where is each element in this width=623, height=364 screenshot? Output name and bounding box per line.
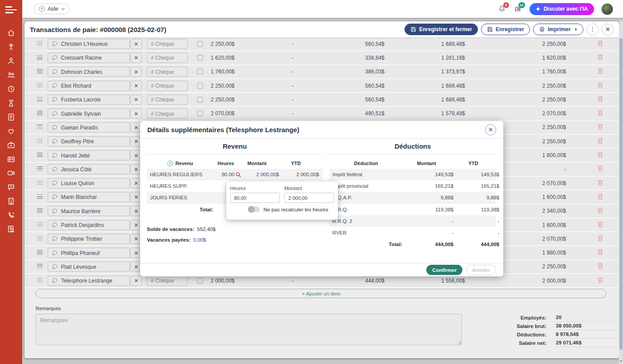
cancel-button[interactable]: Annuler — [466, 265, 496, 275]
deductions-amount[interactable]: 490,51$ — [336, 110, 384, 117]
gross-amount[interactable]: 1 620,00$ — [205, 55, 235, 61]
hamburger-menu-icon[interactable] — [5, 6, 17, 13]
hours-input[interactable] — [230, 193, 280, 203]
drag-handle[interactable] — [37, 153, 43, 158]
row-checkbox[interactable] — [197, 278, 203, 283]
sidebar-item-users[interactable] — [7, 71, 16, 80]
drag-handle[interactable] — [37, 69, 43, 74]
confirm-button[interactable]: Confirmer — [426, 265, 462, 275]
sidebar-item-document-list[interactable] — [7, 113, 16, 121]
recalculate-toggle[interactable] — [248, 206, 260, 212]
deductions-amount[interactable]: 560,54$ — [336, 83, 384, 89]
ai-chat-button[interactable]: ✦ Discuter avec l'IA — [530, 3, 594, 15]
delete-row-button[interactable] — [598, 193, 604, 201]
clear-employee-button[interactable]: ✕ — [130, 39, 142, 49]
delete-row-button[interactable] — [598, 40, 604, 48]
deductions-amount[interactable]: 444,00$ — [336, 278, 384, 284]
delete-row-button[interactable] — [598, 124, 604, 131]
magnifier-icon[interactable] — [235, 172, 241, 178]
drag-handle[interactable] — [37, 194, 43, 200]
clear-employee-button[interactable]: ✕ — [130, 94, 142, 105]
deductions-amount[interactable]: 338,84$ — [336, 55, 384, 61]
clear-employee-button[interactable]: ✕ — [130, 275, 142, 286]
row-checkbox[interactable] — [197, 83, 203, 89]
gross-amount[interactable]: 1 760,00$ — [205, 69, 235, 75]
gross-amount[interactable]: 2 250,00$ — [205, 83, 235, 89]
delete-row-button[interactable] — [598, 82, 604, 89]
cheque-number-input[interactable] — [147, 94, 188, 105]
employee-name-field[interactable]: Gaetan Paradis — [48, 122, 130, 133]
drag-handle[interactable] — [37, 264, 43, 269]
drag-handle[interactable] — [37, 166, 43, 172]
employee-name-field[interactable]: Christien L'Heureux — [48, 39, 130, 49]
close-page-button[interactable]: ✕ — [602, 24, 614, 36]
delete-row-button[interactable] — [598, 166, 604, 173]
row-checkbox[interactable] — [197, 55, 203, 61]
employee-name-field[interactable]: Louise Quiron — [48, 178, 130, 188]
delete-row-button[interactable] — [598, 54, 604, 61]
employee-name-field[interactable]: Maurice Barrière — [48, 206, 130, 216]
sidebar-item-heart[interactable] — [7, 127, 16, 136]
employee-name-field[interactable]: Telesphore Lestrange — [48, 275, 130, 286]
cheque-number-input[interactable] — [147, 275, 188, 286]
add-revenue-icon[interactable]: + — [167, 161, 173, 166]
drag-handle[interactable] — [37, 278, 43, 283]
row-checkbox[interactable] — [197, 97, 203, 102]
delete-row-button[interactable] — [598, 96, 604, 103]
cheque-number-input[interactable] — [147, 39, 188, 49]
gross-amount[interactable]: 2 000,00$ — [205, 278, 235, 284]
scrollbar-thumb[interactable] — [619, 38, 623, 350]
deductions-amount[interactable]: 386,03$ — [336, 69, 384, 75]
delete-row-button[interactable] — [598, 138, 604, 145]
sidebar-item-id-card[interactable] — [7, 155, 16, 164]
cheque-number-input[interactable] — [147, 109, 188, 119]
employee-name-field[interactable]: Dohnson Charles — [48, 67, 130, 77]
clear-employee-button[interactable]: ✕ — [130, 67, 142, 77]
sidebar-item-video-camera[interactable] — [7, 169, 16, 178]
modal-close-button[interactable]: ✕ — [485, 124, 496, 135]
add-item-button[interactable]: + Ajouter un item — [36, 289, 607, 298]
row-checkbox[interactable] — [197, 41, 203, 47]
employee-name-field[interactable]: Gabrielle Sylvain — [48, 109, 130, 119]
sidebar-item-chat[interactable] — [7, 183, 16, 192]
sidebar-item-home[interactable] — [7, 28, 16, 37]
delete-row-button[interactable] — [598, 207, 604, 215]
delete-row-button[interactable] — [598, 249, 604, 257]
scrollbar-down-arrow[interactable]: ▼ — [619, 359, 623, 364]
remarks-textarea[interactable] — [36, 314, 462, 345]
employee-name-field[interactable]: Eliot Richard — [48, 81, 130, 91]
save-and-close-button[interactable]: Enregistrer et fermer — [405, 24, 478, 35]
drag-handle[interactable] — [37, 97, 43, 102]
row-checkbox[interactable] — [197, 111, 203, 117]
row-checkbox[interactable] — [197, 69, 203, 75]
employee-name-field[interactable]: Marin Blanchar — [48, 192, 130, 202]
employee-name-field[interactable]: Phillipa Phaneuf — [48, 248, 130, 258]
delete-row-button[interactable] — [598, 235, 604, 243]
employee-name-field[interactable]: Harold Jetté — [48, 150, 130, 161]
clear-employee-button[interactable]: ✕ — [130, 109, 142, 119]
sidebar-item-first-aid-kit[interactable] — [7, 141, 16, 150]
employee-name-field[interactable]: Geoffrey Pitre — [48, 136, 130, 146]
delete-row-button[interactable] — [598, 179, 604, 187]
drag-handle[interactable] — [37, 180, 43, 186]
user-avatar[interactable] — [601, 3, 613, 15]
delete-row-button[interactable] — [598, 68, 604, 76]
delete-row-button[interactable] — [598, 152, 604, 159]
clear-employee-button[interactable]: ✕ — [130, 81, 142, 91]
drag-handle[interactable] — [37, 83, 43, 88]
employee-name-field[interactable]: Patrick Desjardins — [48, 220, 130, 230]
employee-name-field[interactable]: Jessica Côté — [48, 164, 130, 174]
help-button[interactable]: ? Aide — [34, 4, 70, 14]
drag-handle[interactable] — [37, 139, 43, 144]
sidebar-item-document-search[interactable] — [7, 225, 16, 234]
drag-handle[interactable] — [37, 222, 43, 227]
sidebar-item-people-celebrate[interactable] — [7, 43, 16, 52]
gross-amount[interactable]: 2 250,00$ — [205, 41, 235, 47]
employee-name-field[interactable]: Fusberta Lacroix — [48, 94, 130, 105]
inbox-button[interactable]: 12 — [514, 4, 522, 13]
cheque-number-input[interactable] — [147, 81, 188, 91]
delete-row-button[interactable] — [598, 110, 604, 117]
cheque-number-input[interactable] — [147, 53, 188, 63]
print-button[interactable]: Imprimer ▼ — [533, 24, 583, 35]
notifications-button[interactable]: 3 — [498, 4, 506, 13]
